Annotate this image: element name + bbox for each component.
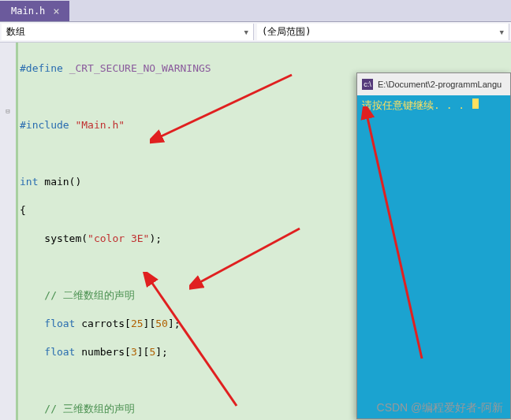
tab-filename: Main.h <box>11 6 45 17</box>
console-icon: c:\ <box>362 79 373 90</box>
console-body[interactable]: 请按任意键继续. . . <box>357 95 510 418</box>
t: // 二维数组的声明 <box>20 289 135 301</box>
collapse-icon[interactable]: ⊟ <box>0 104 16 118</box>
scope-combo-left[interactable]: 数组 ▼ <box>2 24 254 40</box>
t: int <box>20 176 38 188</box>
combo-text: (全局范围) <box>262 25 311 39</box>
t: "color 3E" <box>88 232 149 244</box>
close-icon[interactable]: × <box>53 5 59 17</box>
combo-text: 数组 <box>6 25 25 39</box>
t: ); <box>149 232 162 244</box>
file-tab[interactable]: Main.h × <box>0 1 69 21</box>
tab-bar: Main.h × <box>0 0 511 22</box>
t: numbers[ <box>75 346 130 358</box>
chevron-down-icon: ▼ <box>244 28 248 36</box>
t: _CRT_SECURE_NO_WARNINGS <box>69 62 211 74</box>
gutter: ⊟ <box>0 43 16 420</box>
t: "Main.h" <box>75 119 125 131</box>
t: ]; <box>155 346 168 358</box>
t: 3 <box>131 346 137 358</box>
t: main() <box>38 176 81 188</box>
t: float <box>20 346 75 358</box>
t: #define <box>20 62 69 74</box>
console-titlebar[interactable]: c:\ E:\Document\2-programmLangu <box>357 73 510 95</box>
console-window[interactable]: c:\ E:\Document\2-programmLangu 请按任意键继续.… <box>356 72 511 419</box>
t: 25 <box>131 318 144 329</box>
scope-combo-right[interactable]: (全局范围) ▼ <box>257 24 509 40</box>
t: ]; <box>168 318 181 329</box>
console-title-text: E:\Document\2-programmLangu <box>378 80 502 89</box>
t: { <box>20 204 26 216</box>
t: ][ <box>144 318 156 329</box>
t: #include <box>20 119 75 131</box>
t: carrots[ <box>75 318 130 329</box>
t: 50 <box>155 318 168 329</box>
t: // 三维数组的声明 <box>20 403 135 414</box>
t: ][ <box>137 346 150 358</box>
cursor <box>472 98 479 109</box>
chevron-down-icon: ▼ <box>500 28 504 36</box>
toolbar: 数组 ▼ (全局范围) ▼ <box>0 22 511 43</box>
console-message: 请按任意键继续. . . <box>362 99 471 111</box>
t: float <box>20 318 75 329</box>
t: system( <box>20 232 88 244</box>
